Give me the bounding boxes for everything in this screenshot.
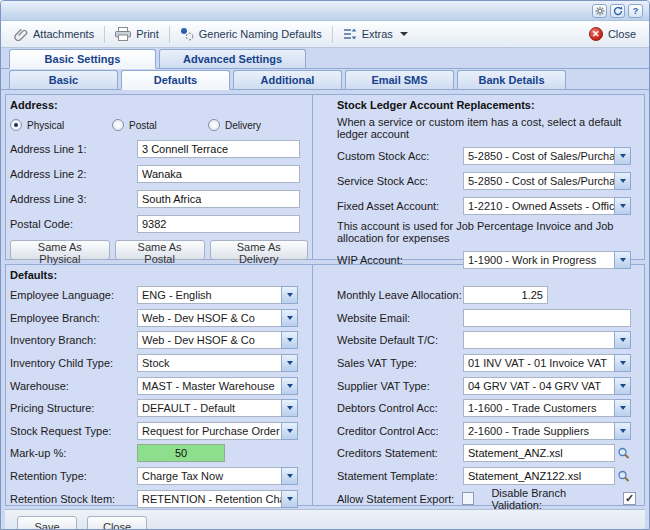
field-row: Statement Template:	[337, 465, 636, 488]
allow-statement-export-checkbox[interactable]	[462, 492, 475, 505]
chevron-down-icon[interactable]	[281, 467, 298, 485]
disable-branch-validation-label: Disable Branch Validation:	[491, 487, 618, 511]
disable-branch-validation-checkbox[interactable]	[623, 492, 636, 505]
defaults-heading: Defaults:	[10, 268, 308, 284]
tab-label: Bank Details	[478, 74, 544, 86]
lookup-button[interactable]	[617, 447, 630, 460]
retention-type-label: Retention Type:	[10, 470, 137, 482]
retention-stock-item-select[interactable]: RETENTION - Retention Charge	[137, 490, 298, 508]
defaults-section: Defaults: Employee Language: ENG - Engli…	[5, 264, 645, 506]
selected-value: 1-2210 - Owned Assets - Office Eq	[463, 197, 614, 215]
list-sort-icon	[343, 28, 357, 40]
inventory-branch-label: Inventory Branch:	[10, 334, 137, 346]
same-as-delivery-button[interactable]: Same As Delivery	[210, 240, 309, 260]
address-line2-label: Address Line 2:	[10, 168, 137, 180]
address-type-radios: Physical Postal Delivery	[10, 114, 308, 136]
creditor-control-acc-select[interactable]: 2-1600 - Trade Suppliers	[463, 422, 631, 440]
monthly-leave-input[interactable]	[463, 286, 548, 304]
chevron-down-icon[interactable]	[281, 309, 298, 327]
tab-email-sms[interactable]: Email SMS	[345, 70, 454, 89]
pricing-structure-select[interactable]: DEFAULT - Default	[137, 399, 298, 417]
selected-value: Request for Purchase Order	[137, 422, 281, 440]
tab-defaults[interactable]: Defaults	[121, 70, 230, 90]
address-line3-input[interactable]	[137, 190, 300, 208]
chevron-down-icon[interactable]	[614, 354, 631, 372]
tab-label: Advanced Settings	[183, 53, 282, 65]
address-line2-input[interactable]	[137, 165, 300, 183]
tab-bank-details[interactable]: Bank Details	[457, 70, 566, 89]
field-row: Monthly Leave Allocation:	[337, 284, 636, 307]
inventory-child-type-select[interactable]: Stock	[137, 354, 298, 372]
creditors-statement-input[interactable]	[463, 444, 615, 462]
refresh-icon[interactable]	[610, 4, 625, 18]
chevron-down-icon[interactable]	[614, 331, 631, 349]
chevron-down-icon[interactable]	[614, 147, 631, 165]
print-button[interactable]: Print	[109, 24, 165, 44]
radio-physical[interactable]: Physical	[10, 119, 112, 131]
website-email-input[interactable]	[463, 309, 631, 327]
tab-basic-settings[interactable]: Basic Settings	[9, 49, 156, 69]
refresh-arrows-icon	[613, 6, 623, 16]
field-row: Website Default T/C:	[337, 329, 636, 352]
chevron-down-icon[interactable]	[614, 377, 631, 395]
selected-value: MAST - Master Warehouse	[137, 377, 281, 395]
same-as-postal-button[interactable]: Same As Postal	[115, 240, 205, 260]
radio-button-icon[interactable]	[10, 119, 22, 131]
field-row: Address Line 1:	[10, 136, 308, 161]
fixed-asset-account-select[interactable]: 1-2210 - Owned Assets - Office Eq	[463, 197, 631, 215]
fixed-asset-account-label: Fixed Asset Account:	[337, 200, 463, 212]
website-default-tc-label: Website Default T/C:	[337, 334, 463, 346]
field-row: Warehouse: MAST - Master Warehouse	[10, 374, 308, 397]
chevron-down-icon[interactable]	[614, 399, 631, 417]
markup-input[interactable]	[137, 444, 225, 462]
inventory-child-type-label: Inventory Child Type:	[10, 357, 137, 369]
statement-template-input[interactable]	[463, 467, 615, 485]
radio-postal[interactable]: Postal	[112, 119, 208, 131]
radio-delivery[interactable]: Delivery	[208, 119, 261, 131]
chevron-down-icon[interactable]	[614, 422, 631, 440]
tab-basic[interactable]: Basic	[9, 70, 118, 89]
field-row: Inventory Child Type: Stock	[10, 352, 308, 375]
retention-type-select[interactable]: Charge Tax Now	[137, 467, 298, 485]
tab-additional[interactable]: Additional	[233, 70, 342, 89]
extras-menu-button[interactable]: Extras	[337, 25, 414, 43]
sales-vat-type-select[interactable]: 01 INV VAT - 01 Invoice VAT	[463, 354, 631, 372]
stock-request-type-select[interactable]: Request for Purchase Order	[137, 422, 298, 440]
chevron-down-icon[interactable]	[281, 331, 298, 349]
postal-code-input[interactable]	[137, 215, 300, 233]
chevron-down-icon[interactable]	[281, 377, 298, 395]
address-line1-input[interactable]	[137, 140, 300, 158]
chevron-down-icon[interactable]	[614, 172, 631, 190]
radio-button-icon[interactable]	[208, 119, 220, 131]
employee-branch-select[interactable]: Web - Dev HSOF & Co	[137, 309, 298, 327]
attachments-button[interactable]: Attachments	[8, 24, 100, 44]
radio-button-icon[interactable]	[112, 119, 124, 131]
lookup-button[interactable]	[617, 470, 630, 483]
warehouse-select[interactable]: MAST - Master Warehouse	[137, 377, 298, 395]
debtors-control-acc-select[interactable]: 1-1600 - Trade Customers	[463, 399, 631, 417]
supplier-vat-type-select[interactable]: 04 GRV VAT - 04 GRV VAT	[463, 377, 631, 395]
close-x-icon: ✕	[589, 27, 603, 41]
chevron-down-icon[interactable]	[281, 354, 298, 372]
save-button[interactable]: Save	[17, 516, 77, 530]
chevron-down-icon[interactable]	[614, 197, 631, 215]
website-default-tc-select[interactable]	[463, 331, 631, 349]
selected-value: Web - Dev HSOF & Co	[137, 331, 281, 349]
inventory-branch-select[interactable]: Web - Dev HSOF & Co	[137, 331, 298, 349]
settings-icon[interactable]	[592, 4, 607, 18]
same-as-buttons: Same As Physical Same As Postal Same As …	[10, 236, 308, 260]
chevron-down-icon[interactable]	[281, 286, 298, 304]
service-stock-acc-select[interactable]: 5-2850 - Cost of Sales/Purchases	[463, 172, 631, 190]
chevron-down-icon[interactable]	[281, 422, 298, 440]
employee-language-select[interactable]: ENG - English	[137, 286, 298, 304]
close-button[interactable]: ✕ Close	[583, 24, 642, 44]
generic-naming-defaults-button[interactable]: Generic Naming Defaults	[174, 24, 328, 44]
selected-value: ENG - English	[137, 286, 281, 304]
tab-advanced-settings[interactable]: Advanced Settings	[159, 49, 306, 68]
close-footer-button[interactable]: Close	[87, 516, 147, 530]
same-as-physical-button[interactable]: Same As Physical	[10, 240, 110, 260]
chevron-down-icon[interactable]	[281, 399, 298, 417]
help-icon[interactable]: ?	[628, 4, 643, 18]
chevron-down-icon[interactable]	[281, 490, 298, 508]
custom-stock-acc-select[interactable]: 5-2850 - Cost of Sales/Purchases	[463, 147, 631, 165]
